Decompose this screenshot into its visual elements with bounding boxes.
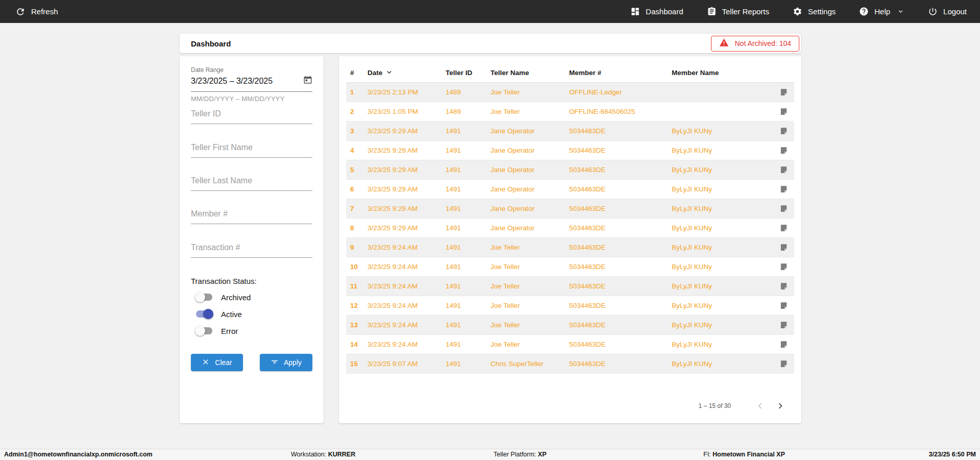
calendar-icon[interactable] bbox=[303, 76, 312, 87]
date-range-input[interactable]: 3/23/2025 – 3/23/2025 bbox=[191, 76, 312, 92]
clear-button[interactable]: Clear bbox=[191, 354, 243, 371]
nav-logout[interactable]: Logout bbox=[928, 7, 967, 16]
table-row[interactable]: 8 3/23/25 9:29 AM 1491 Jane Operator 503… bbox=[346, 219, 794, 238]
status-toggle-error[interactable]: Error bbox=[195, 326, 307, 336]
nav-teller-reports[interactable]: Teller Reports bbox=[707, 7, 770, 16]
note-icon[interactable] bbox=[760, 262, 794, 271]
row-teller-name: Joe Teller bbox=[491, 108, 569, 115]
table-row[interactable]: 9 3/23/25 9:24 AM 1491 Joe Teller 503446… bbox=[346, 238, 794, 257]
row-member-name: ByLyJI KUNy bbox=[672, 127, 760, 135]
row-teller-name: Jane Operator bbox=[491, 147, 569, 154]
col-header-member-number[interactable]: Member # bbox=[569, 69, 672, 77]
note-icon[interactable] bbox=[760, 88, 794, 96]
filter-icon bbox=[271, 358, 279, 368]
nav-settings[interactable]: Settings bbox=[793, 7, 836, 16]
status-bar: Admin1@hometownfinancialxp.onmicrosoft.c… bbox=[0, 449, 980, 460]
refresh-label: Refresh bbox=[31, 7, 58, 16]
nav-logout-label: Logout bbox=[943, 7, 967, 16]
not-archived-badge[interactable]: Not Archived: 104 bbox=[711, 36, 799, 52]
teller-id-input[interactable]: Teller ID bbox=[191, 109, 312, 124]
toggle-switch[interactable] bbox=[195, 309, 213, 319]
note-icon[interactable] bbox=[760, 301, 794, 310]
top-nav-items: Dashboard Teller Reports Settings Help bbox=[630, 7, 967, 16]
row-teller-id: 1491 bbox=[446, 147, 491, 154]
refresh-button[interactable]: Refresh bbox=[15, 7, 58, 17]
transactions-table-card: # Date Teller ID Teller Name Member # Me… bbox=[339, 56, 801, 423]
row-teller-name: Joe Teller bbox=[491, 88, 569, 96]
row-member-number: 5034463DE bbox=[569, 302, 672, 309]
table-row[interactable]: 6 3/23/25 9:29 AM 1491 Jane Operator 503… bbox=[346, 180, 794, 199]
date-range-label: Date Range bbox=[191, 66, 312, 74]
status-toggle-archived[interactable]: Archived bbox=[195, 292, 307, 302]
date-range-value: 3/23/2025 – 3/23/2025 bbox=[191, 77, 273, 86]
next-page-button[interactable] bbox=[774, 399, 787, 413]
table-row[interactable]: 12 3/23/25 9:24 AM 1491 Joe Teller 50344… bbox=[346, 296, 794, 316]
apply-button[interactable]: Apply bbox=[260, 354, 312, 371]
clear-x-icon bbox=[202, 358, 210, 368]
row-number: 4 bbox=[346, 147, 368, 154]
note-icon[interactable] bbox=[760, 107, 794, 116]
row-number: 3 bbox=[346, 127, 368, 135]
table-row[interactable]: 10 3/23/25 9:24 AM 1491 Joe Teller 50344… bbox=[346, 257, 794, 277]
row-date: 3/23/25 9:24 AM bbox=[368, 244, 446, 251]
note-icon[interactable] bbox=[760, 359, 794, 368]
clear-button-label: Clear bbox=[215, 358, 232, 367]
teller-last-name-input[interactable]: Teller Last Name bbox=[191, 176, 312, 191]
table-row[interactable]: 14 3/23/25 9:24 AM 1491 Joe Teller 50344… bbox=[346, 335, 794, 354]
row-member-number: OFFLINE-Ledger bbox=[569, 88, 672, 96]
nav-help[interactable]: Help bbox=[859, 7, 904, 16]
note-icon[interactable] bbox=[760, 185, 794, 193]
table-row[interactable]: 11 3/23/25 9:24 AM 1491 Joe Teller 50344… bbox=[346, 277, 794, 296]
col-header-teller-id[interactable]: Teller ID bbox=[446, 69, 491, 77]
col-header-date[interactable]: Date bbox=[368, 68, 446, 78]
note-icon[interactable] bbox=[760, 204, 794, 213]
note-icon[interactable] bbox=[760, 165, 794, 174]
row-teller-name: Joe Teller bbox=[491, 321, 569, 329]
table-row[interactable]: 2 3/23/25 1:05 PM 1489 Joe Teller OFFLIN… bbox=[346, 102, 794, 122]
status-toggle-active[interactable]: Active bbox=[195, 309, 307, 319]
note-icon[interactable] bbox=[760, 127, 794, 135]
table-row[interactable]: 15 3/23/25 9:07 AM 1491 Chris SuperTelle… bbox=[346, 354, 794, 374]
nav-dashboard[interactable]: Dashboard bbox=[630, 7, 683, 16]
col-header-teller-name[interactable]: Teller Name bbox=[491, 69, 569, 77]
date-range-helper: MM/DD/YYYY – MM/DD/YYYY bbox=[191, 95, 312, 103]
row-date: 3/23/25 2:13 PM bbox=[368, 88, 446, 96]
teller-platform-status: Teller Platform: XP bbox=[494, 449, 547, 460]
col-header-member-name[interactable]: Member Name bbox=[672, 69, 760, 77]
nav-help-label: Help bbox=[874, 7, 890, 16]
row-teller-id: 1489 bbox=[446, 88, 491, 96]
sort-desc-icon bbox=[385, 68, 394, 78]
transaction-status-label: Transaction Status: bbox=[191, 277, 312, 285]
note-icon[interactable] bbox=[760, 321, 794, 329]
nav-dashboard-label: Dashboard bbox=[646, 7, 683, 16]
table-row[interactable]: 3 3/23/25 9:29 AM 1491 Jane Operator 503… bbox=[346, 122, 794, 141]
note-icon[interactable] bbox=[760, 282, 794, 290]
row-member-name: ByLyJI KUNy bbox=[672, 224, 760, 232]
row-number: 2 bbox=[346, 108, 368, 115]
row-member-name: ByLyJI KUNy bbox=[672, 321, 760, 329]
table-row[interactable]: 7 3/23/25 9:29 AM 1491 Jane Operator 503… bbox=[346, 199, 794, 219]
row-teller-id: 1491 bbox=[446, 185, 491, 193]
row-member-number: 5034463DE bbox=[569, 282, 672, 290]
previous-page-button[interactable] bbox=[753, 399, 767, 413]
teller-first-name-input[interactable]: Teller First Name bbox=[191, 143, 312, 158]
table-row[interactable]: 13 3/23/25 9:24 AM 1491 Joe Teller 50344… bbox=[346, 316, 794, 335]
transaction-number-input[interactable]: Transaction # bbox=[191, 243, 312, 258]
row-date: 3/23/25 9:24 AM bbox=[368, 321, 446, 329]
col-header-number: # bbox=[346, 69, 368, 77]
toggle-switch[interactable] bbox=[195, 292, 213, 302]
member-number-input[interactable]: Member # bbox=[191, 209, 312, 224]
row-teller-id: 1489 bbox=[446, 108, 491, 115]
note-icon[interactable] bbox=[760, 243, 794, 252]
table-row[interactable]: 5 3/23/25 9:29 AM 1491 Jane Operator 503… bbox=[346, 160, 794, 180]
note-icon[interactable] bbox=[760, 146, 794, 155]
row-number: 9 bbox=[346, 244, 368, 251]
table-row[interactable]: 1 3/23/25 2:13 PM 1489 Joe Teller OFFLIN… bbox=[346, 83, 794, 102]
toggle-switch[interactable] bbox=[195, 326, 213, 336]
note-icon[interactable] bbox=[760, 224, 794, 232]
table-row[interactable]: 4 3/23/25 9:29 AM 1491 Jane Operator 503… bbox=[346, 141, 794, 160]
note-icon[interactable] bbox=[760, 340, 794, 349]
transactions-table: # Date Teller ID Teller Name Member # Me… bbox=[346, 63, 794, 374]
row-member-number: 5034463DE bbox=[569, 321, 672, 329]
toggle-label: Active bbox=[221, 310, 242, 319]
